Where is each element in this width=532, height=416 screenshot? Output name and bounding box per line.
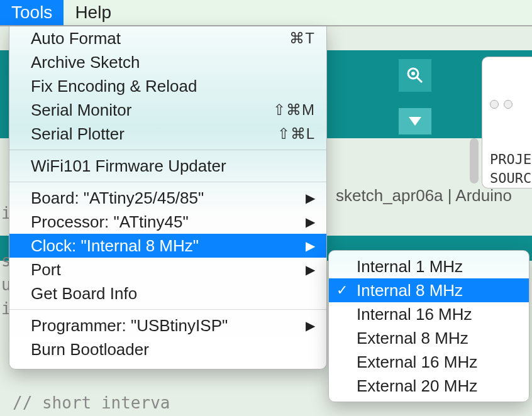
secondary-window-text: PROJE SOURC MMCU= F_CPU CFLAG [490,150,532,189]
menu-separator [9,182,326,182]
menu-item-get-board-info[interactable]: Get Board Info [9,282,326,305]
menu-item-serial-monitor[interactable]: Serial Monitor ⇧⌘M [9,98,326,122]
menu-item-label: Clock: "Internal 8 MHz" [31,236,315,256]
svg-line-2 [417,77,422,82]
serial-monitor-toolbar-button[interactable] [399,59,431,92]
menu-item-label: Programmer: "USBtinyISP" [31,316,315,336]
svg-point-1 [411,72,415,75]
submenu-item-label: Internal 16 MHz [357,305,472,324]
submenu-item-label: External 8 MHz [357,329,468,348]
menu-item-burn-bootloader[interactable]: Burn Bootloader [9,337,326,361]
menu-item-serial-plotter[interactable]: Serial Plotter ⇧⌘L [9,122,326,146]
menu-item-label: Fix Encoding & Reload [31,77,315,96]
clock-option-internal-16mhz[interactable]: Internal 16 MHz [329,302,529,326]
minimize-dot-icon[interactable] [504,100,513,109]
menubar-item-help[interactable]: Help [64,0,123,25]
menu-item-label: Archive Sketch [31,53,315,72]
scrollbar-thumb[interactable] [470,138,479,183]
menu-item-archive-sketch[interactable]: Archive Sketch [9,50,326,74]
menu-separator [9,309,326,310]
menu-item-label: Processor: "ATtiny45" [31,212,315,232]
menu-item-label: Auto Format [31,29,289,48]
traffic-lights[interactable] [490,100,532,109]
submenu-item-label: External 16 MHz [357,353,477,372]
submenu-arrow-icon: ▶ [306,214,315,229]
menu-item-label: Serial Plotter [31,124,277,144]
menu-item-label: Serial Monitor [31,101,273,120]
menu-separator [9,150,326,150]
menu-item-board[interactable]: Board: "ATtiny25/45/85" ▶ [9,186,326,210]
menu-item-wifi101[interactable]: WiFi101 Firmware Updater [9,154,326,178]
menu-item-shortcut: ⇧⌘L [277,125,315,143]
clock-option-internal-8mhz[interactable]: ✓ Internal 8 MHz [329,278,529,302]
clock-option-internal-1mhz[interactable]: Internal 1 MHz [329,255,529,278]
menu-item-label: Burn Bootloader [31,340,315,359]
menu-item-clock[interactable]: Clock: "Internal 8 MHz" ▶ [9,234,326,258]
submenu-arrow-icon: ▶ [306,190,315,205]
code-comment-line: // short interva [13,393,170,412]
triangle-down-icon [409,117,421,126]
clock-option-external-8mhz[interactable]: External 8 MHz [329,326,529,350]
menu-item-label: Port [31,260,315,280]
clock-option-external-16mhz[interactable]: External 16 MHz [329,350,529,374]
menu-item-port[interactable]: Port ▶ [9,258,326,282]
menu-item-programmer[interactable]: Programmer: "USBtinyISP" ▶ [9,314,326,337]
menubar-item-tools[interactable]: Tools [0,0,64,25]
close-dot-icon[interactable] [490,100,499,109]
submenu-item-label: External 20 MHz [357,376,477,396]
menu-item-processor[interactable]: Processor: "ATtiny45" ▶ [9,210,326,234]
tab-menu-button[interactable] [399,108,431,134]
menu-item-label: Get Board Info [31,284,315,304]
secondary-window: PROJE SOURC MMCU= F_CPU CFLAG [482,57,532,189]
menubar: Tools Help [0,0,532,26]
menu-item-label: Board: "ATtiny25/45/85" [31,189,315,208]
menu-item-label: WiFi101 Firmware Updater [31,156,315,176]
submenu-arrow-icon: ▶ [306,318,315,333]
svg-marker-3 [409,117,421,126]
clock-option-external-20mhz[interactable]: External 20 MHz [329,374,529,398]
magnifier-icon [406,66,424,85]
submenu-item-label: Internal 8 MHz [357,281,463,300]
submenu-item-label: Internal 1 MHz [357,257,463,276]
submenu-arrow-icon: ▶ [306,262,315,277]
submenu-arrow-icon: ▶ [306,238,315,253]
window-title: sketch_apr06a | Arduino [336,186,512,205]
menu-item-auto-format[interactable]: Auto Format ⌘T [9,26,326,50]
menu-item-fix-encoding[interactable]: Fix Encoding & Reload [9,74,326,98]
tools-menu: Auto Format ⌘T Archive Sketch Fix Encodi… [9,26,327,369]
checkmark-icon: ✓ [336,282,348,298]
clock-submenu: Internal 1 MHz ✓ Internal 8 MHz Internal… [328,250,529,402]
menu-item-shortcut: ⌘T [289,30,315,47]
menu-item-shortcut: ⇧⌘M [273,101,315,119]
